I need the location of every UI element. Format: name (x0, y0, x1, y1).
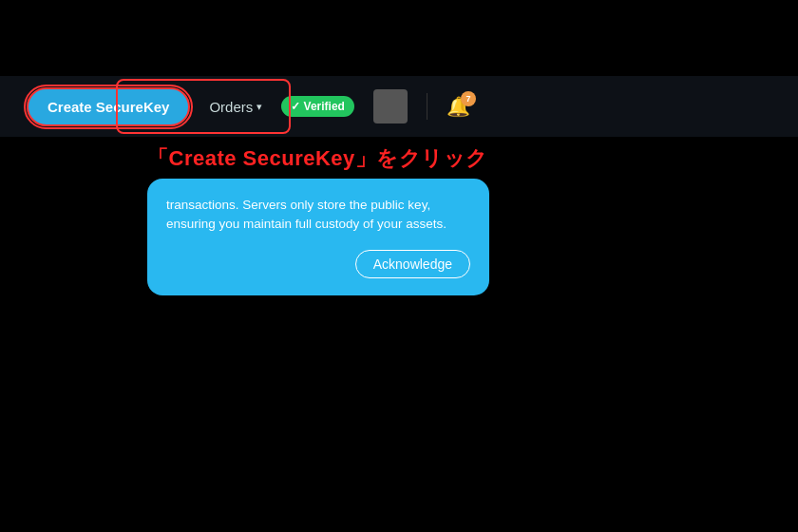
popover-footer: Acknowledge (166, 250, 470, 278)
orders-button[interactable]: Orders ▾ (209, 99, 262, 115)
bell-container: 🔔 7 (446, 95, 470, 118)
notification-count: 7 (461, 91, 476, 106)
create-securekey-button[interactable]: Create SecureKey (27, 87, 190, 126)
divider (427, 93, 428, 120)
avatar[interactable] (373, 89, 408, 124)
verified-badge: ✓ Verified (281, 96, 354, 117)
popover-body-text: transactions. Servers only store the pub… (166, 196, 470, 235)
annotation-text: 「Create SecureKey」をクリック (147, 144, 488, 173)
orders-label: Orders (209, 99, 253, 115)
acknowledge-button[interactable]: Acknowledge (355, 250, 470, 278)
popover-card: transactions. Servers only store the pub… (147, 179, 489, 295)
chevron-down-icon: ▾ (256, 101, 262, 113)
header-bar: Create SecureKey Orders ▾ ✓ Verified 🔔 7 (0, 76, 798, 137)
